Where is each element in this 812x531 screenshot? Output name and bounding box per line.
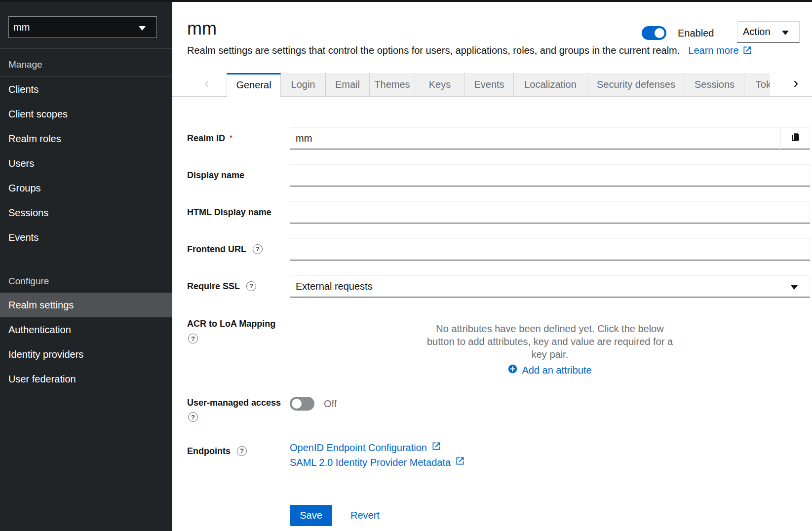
sidebar: mm Manage Clients Client scopes Realm ro… [0, 0, 172, 531]
caret-down-icon [139, 22, 146, 33]
action-dropdown-label: Action [743, 26, 771, 38]
help-icon[interactable] [253, 244, 263, 254]
html-display-name-label: HTML Display name [187, 206, 290, 218]
tab-label: Themes [374, 79, 410, 90]
tab-general[interactable]: General [227, 73, 281, 97]
realm-selector-dropdown[interactable]: mm [8, 16, 157, 38]
tab-localization[interactable]: Localization [514, 73, 587, 97]
html-display-name-input[interactable] [290, 201, 810, 224]
user-managed-access-label: User-managed access [187, 397, 290, 409]
sidebar-item-groups[interactable]: Groups [0, 176, 172, 200]
sidebar-item-user-federation[interactable]: User federation [0, 367, 172, 391]
tab-keys[interactable]: Keys [415, 73, 465, 97]
save-button[interactable]: Save [290, 505, 332, 526]
user-managed-access-state: Off [324, 398, 337, 410]
tab-label: Sessions [695, 79, 735, 90]
help-icon[interactable] [246, 281, 256, 291]
tab-themes[interactable]: Themes [370, 73, 415, 97]
tabs-scroll-left-button[interactable] [172, 73, 227, 97]
tab-login[interactable]: Login [281, 73, 326, 97]
sidebar-item-clients[interactable]: Clients [0, 77, 172, 102]
endpoints-label-text: Endpoints [187, 445, 231, 457]
tab-sessions[interactable]: Sessions [685, 73, 744, 97]
user-managed-access-label-text: User-managed access [187, 397, 281, 409]
masthead-bar [0, 0, 812, 2]
toggle-knob [655, 28, 664, 38]
realm-selector-label: mm [13, 22, 30, 33]
chevron-left-icon [203, 80, 211, 90]
tab-events[interactable]: Events [465, 73, 514, 97]
acr-loa-mapping-label: ACR to LoA Mapping [187, 318, 290, 330]
tab-label: Login [291, 79, 315, 90]
require-ssl-selected-value: External requests [296, 281, 373, 292]
tab-label: Keys [429, 79, 451, 90]
acr-empty-state-text: No attributes have been defined yet. Cli… [424, 322, 676, 361]
tab-label: Tokens [756, 79, 770, 90]
frontend-url-label-text: Frontend URL [187, 243, 246, 255]
endpoints-label: Endpoints [187, 445, 290, 457]
copy-icon [790, 132, 801, 145]
display-name-label-text: Display name [187, 169, 244, 181]
require-ssl-select[interactable]: External requests [290, 275, 810, 298]
sidebar-item-label: Authentication [8, 324, 71, 336]
external-link-icon [742, 46, 752, 57]
plus-circle-icon [508, 364, 517, 376]
sidebar-item-events[interactable]: Events [0, 225, 172, 250]
sidebar-item-users[interactable]: Users [0, 151, 172, 176]
tab-email[interactable]: Email [326, 73, 370, 97]
tab-label: Localization [524, 79, 577, 90]
realm-id-input[interactable] [290, 127, 780, 150]
external-link-icon [431, 441, 441, 454]
chevron-right-icon [792, 80, 800, 90]
enabled-toggle-label: Enabled [678, 27, 714, 39]
tab-security-defenses[interactable]: Security defenses [587, 73, 685, 97]
tab-label: Email [335, 79, 360, 90]
display-name-input[interactable] [290, 164, 810, 187]
acr-empty-state: No attributes have been defined yet. Cli… [290, 322, 810, 361]
help-icon[interactable] [237, 446, 247, 456]
sidebar-item-realm-settings[interactable]: Realm settings [0, 293, 172, 317]
sidebar-item-label: Clients [8, 84, 39, 95]
sidebar-item-client-scopes[interactable]: Client scopes [0, 102, 172, 126]
saml-metadata-link[interactable]: SAML 2.0 Identity Provider Metadata [290, 456, 465, 469]
sidebar-item-label: Groups [8, 183, 41, 194]
sidebar-item-label: Sessions [8, 207, 48, 219]
tab-tokens[interactable]: Tokens [744, 73, 770, 97]
realm-id-label-text: Realm ID [187, 132, 225, 144]
sidebar-item-label: Events [8, 232, 39, 243]
frontend-url-input[interactable] [290, 238, 810, 261]
revert-link[interactable]: Revert [350, 509, 380, 521]
page-description: Realm settings are settings that control… [187, 44, 752, 58]
sidebar-item-label: Identity providers [8, 349, 83, 360]
copy-button[interactable] [780, 127, 810, 150]
sidebar-item-authentication[interactable]: Authentication [0, 317, 172, 342]
enabled-toggle[interactable] [642, 26, 666, 40]
sidebar-item-label: Client scopes [8, 109, 68, 120]
sidebar-item-realm-roles[interactable]: Realm roles [0, 126, 172, 151]
user-managed-access-toggle[interactable] [290, 397, 314, 411]
page-title: mm [187, 19, 217, 38]
openid-endpoint-link-label: OpenID Endpoint Configuration [290, 441, 427, 454]
saml-metadata-link-label: SAML 2.0 Identity Provider Metadata [290, 456, 451, 469]
tab-label: General [236, 79, 271, 91]
add-attribute-button[interactable]: Add an attribute [290, 364, 810, 376]
sidebar-item-sessions[interactable]: Sessions [0, 200, 172, 225]
sidebar-item-label: Users [8, 158, 34, 169]
tabs-scroll-right-button[interactable] [770, 73, 812, 97]
nav-section-title-manage: Manage [8, 59, 42, 71]
acr-loa-mapping-label-text: ACR to LoA Mapping [187, 318, 275, 330]
sidebar-divider [0, 48, 172, 49]
page-description-text: Realm settings are settings that control… [187, 45, 680, 56]
nav-section-title-configure: Configure [8, 275, 49, 287]
tab-label: Events [474, 79, 504, 90]
openid-endpoint-link[interactable]: OpenID Endpoint Configuration [290, 441, 441, 454]
require-ssl-label: Require SSL [187, 280, 290, 292]
help-icon[interactable] [188, 334, 198, 343]
help-icon[interactable] [188, 412, 198, 422]
action-dropdown-button[interactable]: Action [737, 21, 800, 43]
external-link-icon [455, 456, 465, 469]
sidebar-item-label: Realm roles [8, 133, 61, 145]
learn-more-link[interactable]: Learn more [688, 45, 738, 56]
sidebar-item-identity-providers[interactable]: Identity providers [0, 342, 172, 367]
realm-id-label: Realm ID * [187, 132, 290, 144]
